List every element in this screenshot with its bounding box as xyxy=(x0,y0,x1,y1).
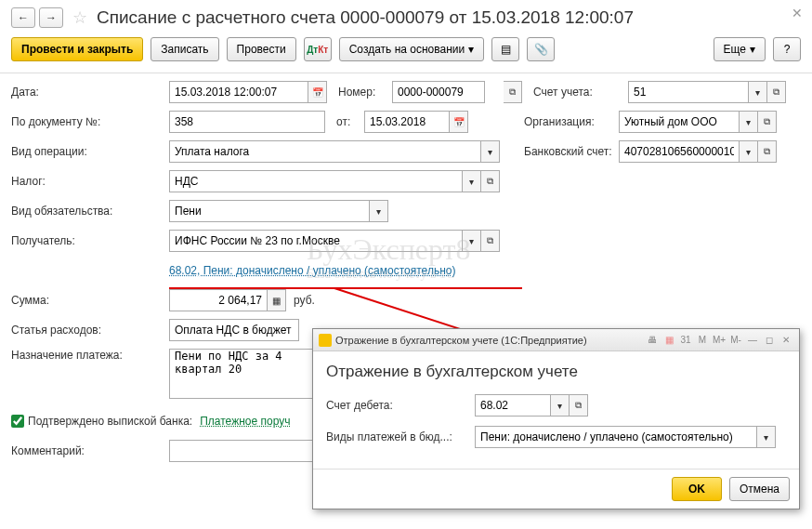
from-label: от: xyxy=(336,115,364,128)
print-icon[interactable]: 🖶 xyxy=(645,333,660,348)
currency-label: руб. xyxy=(294,294,315,307)
chevron-down-icon: ▾ xyxy=(468,43,474,56)
calendar-icon[interactable]: 📅 xyxy=(450,111,468,133)
confirmed-label: Подтверждено выпиской банка: xyxy=(28,415,192,428)
comment-label: Комментарий: xyxy=(11,444,169,457)
annotation-line xyxy=(169,287,522,289)
date-label: Дата: xyxy=(11,86,169,99)
org-label: Организация: xyxy=(513,115,619,128)
dropdown-icon[interactable]: ▾ xyxy=(481,140,500,163)
payment-type-label: Виды платежей в бюд...: xyxy=(326,430,475,443)
account-label: Счет учета: xyxy=(522,86,628,99)
accounting-reflection-link[interactable]: 68.02, Пени: доначислено / уплачено (сам… xyxy=(169,264,455,277)
tax-input[interactable] xyxy=(169,170,463,192)
payment-order-link[interactable]: Платежное поруч xyxy=(200,415,290,428)
org-input[interactable] xyxy=(619,111,740,133)
open-icon[interactable]: ⧉ xyxy=(758,140,777,163)
accounting-modal: Отражение в бухгалтерском учете (1С:Пред… xyxy=(312,328,800,509)
bank-acc-label: Банковский счет: xyxy=(513,145,619,158)
doc-num-input[interactable] xyxy=(169,111,325,133)
close-icon[interactable]: ✕ xyxy=(779,333,793,348)
date-input[interactable] xyxy=(169,81,308,103)
dropdown-icon[interactable]: ▾ xyxy=(463,230,481,252)
cancel-button[interactable]: Отмена xyxy=(729,477,790,501)
expense-label: Статья расходов: xyxy=(11,324,169,337)
open-icon[interactable]: ⧉ xyxy=(758,111,777,133)
number-label: Номер: xyxy=(338,86,392,99)
nav-fwd-button[interactable]: → xyxy=(39,7,63,28)
from-date-input[interactable] xyxy=(364,111,450,133)
calendar-icon[interactable]: 📅 xyxy=(308,81,327,103)
calendar-icon[interactable]: 31 xyxy=(678,333,693,348)
create-based-on-button[interactable]: Создать на основании ▾ xyxy=(339,37,485,61)
m-plus-icon[interactable]: M+ xyxy=(712,333,727,348)
dropdown-icon[interactable]: ▾ xyxy=(463,170,481,192)
obligation-label: Вид обязательства: xyxy=(11,205,169,218)
payment-type-input[interactable] xyxy=(475,426,757,448)
obligation-input[interactable] xyxy=(169,200,370,222)
sum-input[interactable] xyxy=(169,289,268,311)
minimize-icon[interactable]: — xyxy=(745,333,760,348)
more-label: Еще xyxy=(724,43,746,56)
open-icon[interactable]: ⧉ xyxy=(767,81,786,103)
open-icon[interactable]: ⧉ xyxy=(570,394,588,417)
app-icon xyxy=(319,334,332,347)
dropdown-icon[interactable]: ▾ xyxy=(551,394,570,417)
bank-acc-input[interactable] xyxy=(619,140,740,163)
debit-account-label: Счет дебета: xyxy=(326,399,475,412)
more-button[interactable]: Еще ▾ xyxy=(714,37,766,61)
close-icon[interactable]: ✕ xyxy=(792,6,803,20)
account-input[interactable] xyxy=(628,81,749,103)
post-button[interactable]: Провести xyxy=(227,37,296,61)
recipient-input[interactable] xyxy=(169,230,463,252)
window-title: Списание с расчетного счета 0000-000079 … xyxy=(97,7,634,28)
dropdown-icon[interactable]: ▾ xyxy=(740,140,758,163)
favorite-star-icon[interactable]: ☆ xyxy=(72,7,87,28)
dropdown-icon[interactable]: ▾ xyxy=(740,111,758,133)
m-icon[interactable]: M xyxy=(695,333,710,348)
sum-label: Сумма: xyxy=(11,294,169,307)
open-icon[interactable]: ⧉ xyxy=(504,81,522,103)
calculator-icon[interactable]: ▦ xyxy=(268,289,286,311)
attach-button[interactable]: 📎 xyxy=(527,37,555,61)
create-based-label: Создать на основании xyxy=(349,43,465,56)
tax-label: Налог: xyxy=(11,175,169,188)
modal-heading: Отражение в бухгалтерском учете xyxy=(326,363,786,381)
doc-num-label: По документу №: xyxy=(11,115,169,128)
m-minus-icon[interactable]: M- xyxy=(728,333,743,348)
save-button[interactable]: Записать xyxy=(151,37,218,61)
purpose-textarea[interactable] xyxy=(169,349,316,399)
comment-input[interactable] xyxy=(169,440,314,462)
maximize-icon[interactable]: ◻ xyxy=(762,333,777,348)
open-icon[interactable]: ⧉ xyxy=(481,170,500,192)
number-input[interactable] xyxy=(392,81,485,103)
purpose-label: Назначение платежа: xyxy=(11,349,169,362)
chevron-down-icon: ▾ xyxy=(750,43,755,56)
confirmed-checkbox[interactable] xyxy=(11,415,24,428)
dropdown-icon[interactable]: ▾ xyxy=(370,200,388,222)
print-button[interactable]: ▤ xyxy=(491,37,519,61)
open-icon[interactable]: ⧉ xyxy=(481,230,500,252)
dt-kt-button[interactable]: ДтКт xyxy=(304,37,332,61)
debit-account-input[interactable] xyxy=(475,394,551,417)
nav-back-button[interactable]: ← xyxy=(11,7,35,28)
recipient-label: Получатель: xyxy=(11,234,169,247)
grid-icon[interactable]: ▦ xyxy=(661,333,676,348)
help-button[interactable]: ? xyxy=(773,37,801,61)
modal-window-title: Отражение в бухгалтерском учете (1С:Пред… xyxy=(335,335,587,346)
dropdown-icon[interactable]: ▾ xyxy=(749,81,767,103)
expense-input[interactable] xyxy=(169,319,299,341)
op-type-label: Вид операции: xyxy=(11,145,169,158)
ok-button[interactable]: OK xyxy=(672,477,722,501)
op-type-input[interactable] xyxy=(169,140,481,163)
dropdown-icon[interactable]: ▾ xyxy=(757,426,776,448)
post-and-close-button[interactable]: Провести и закрыть xyxy=(11,37,143,61)
